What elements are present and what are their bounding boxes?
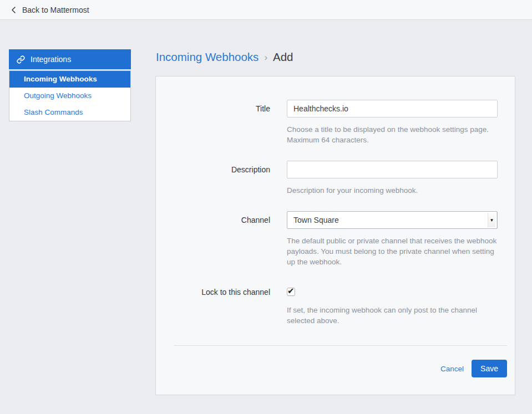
breadcrumb-current: Add (273, 49, 293, 65)
integrations-sidebar: Integrations Incoming Webhooks Outgoing … (9, 49, 131, 121)
check-icon: ✔ (287, 286, 295, 296)
description-help-text: Description for your incoming webhook. (287, 185, 498, 196)
channel-label: Channel (156, 211, 270, 267)
back-to-mattermost-button[interactable]: Back to Mattermost (0, 0, 532, 20)
channel-help-text: The default public or private channel th… (287, 236, 498, 267)
sidebar-header-integrations[interactable]: Integrations (9, 49, 131, 69)
lock-checkbox[interactable]: ✔ (287, 288, 295, 296)
sidebar-list: Incoming Webhooks Outgoing Webhooks Slas… (9, 70, 131, 121)
title-row: Title Choose a title to be displayed on … (156, 100, 515, 145)
lock-label: Lock to this channel (156, 287, 270, 326)
breadcrumb-incoming-webhooks-link[interactable]: Incoming Webhooks (156, 49, 259, 65)
chevron-left-icon (11, 6, 17, 14)
channel-select[interactable]: Town Square ▼ (287, 211, 498, 229)
breadcrumb: Incoming Webhooks › Add (156, 49, 293, 65)
channel-selected-value: Town Square (293, 216, 339, 224)
channel-row: Channel Town Square ▼ The default public… (156, 211, 515, 267)
cancel-button[interactable]: Cancel (440, 365, 464, 373)
sidebar-item-outgoing-webhooks[interactable]: Outgoing Webhooks (9, 88, 130, 104)
sidebar-item-slash-commands[interactable]: Slash Commands (9, 104, 130, 121)
title-help-text: Choose a title to be displayed on the we… (287, 124, 498, 145)
save-button[interactable]: Save (472, 360, 507, 377)
description-label: Description (156, 161, 270, 196)
select-caret-icon: ▼ (488, 213, 495, 227)
lock-help-text: If set, the incoming webhook can only po… (287, 305, 498, 326)
link-icon (17, 55, 25, 64)
sidebar-header-label: Integrations (31, 55, 71, 64)
breadcrumb-separator-icon: › (264, 49, 267, 65)
add-incoming-webhook-panel: Title Choose a title to be displayed on … (155, 76, 515, 395)
title-label: Title (156, 100, 270, 145)
sidebar-item-incoming-webhooks[interactable]: Incoming Webhooks (9, 71, 130, 88)
title-input[interactable] (287, 100, 498, 117)
lock-row: Lock to this channel ✔ If set, the incom… (156, 287, 515, 326)
form-footer: Cancel Save (174, 345, 507, 377)
description-row: Description Description for your incomin… (156, 161, 515, 196)
back-to-mattermost-label: Back to Mattermost (22, 6, 89, 14)
description-input[interactable] (287, 161, 498, 178)
